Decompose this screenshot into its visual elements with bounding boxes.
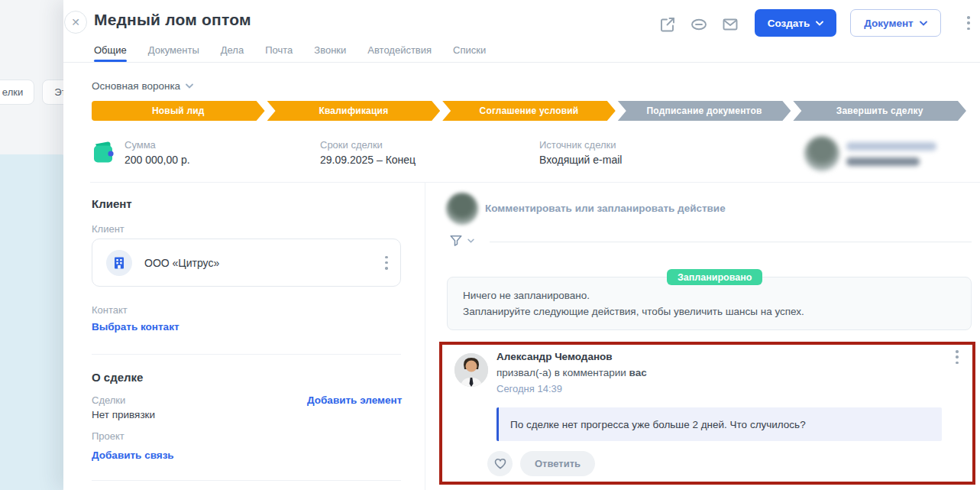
terms-label: Сроки сделки [320, 139, 383, 151]
filter-funnel-icon [449, 234, 463, 248]
client-name[interactable]: ООО «Цитрус» [144, 257, 373, 269]
tab-lists[interactable]: Списки [453, 38, 486, 62]
planned-empty-line2: Запланируйте следующие действия, чтобы у… [463, 303, 956, 320]
client-field-label: Клиент [92, 223, 125, 235]
comment-author-avatar[interactable] [454, 353, 488, 387]
comment-author-name[interactable]: Александр Чемоданов [496, 351, 613, 362]
create-button-label: Создать [768, 18, 810, 29]
client-section-title: Клиент [92, 197, 132, 210]
tab-mail[interactable]: Почта [265, 38, 293, 62]
responsible-label-blurred [846, 142, 936, 151]
amount-value[interactable]: 200 000,00 р. [125, 154, 190, 166]
comment-message: По сделке нет прогресса уже больше 2 дне… [496, 407, 942, 441]
document-button-label: Документ [864, 18, 913, 29]
deals-field-value: Нет привязки [92, 409, 155, 420]
add-relation-link[interactable]: Добавить связь [92, 449, 174, 461]
mail-icon[interactable] [721, 15, 739, 34]
reply-button[interactable]: Ответить [520, 451, 595, 476]
stage-signing-documents[interactable]: Подписание документов [618, 101, 791, 121]
copy-link-icon[interactable] [690, 15, 708, 34]
tabs-divider [63, 62, 980, 63]
tab-calls[interactable]: Звонки [314, 38, 346, 62]
chevron-down-icon [186, 83, 193, 89]
contact-field-label: Контакт [92, 304, 128, 316]
heart-icon [494, 458, 506, 469]
current-user-avatar [446, 193, 478, 225]
screen: елки Этап ✕ Медный лом оптом Общие Докум… [0, 0, 980, 490]
stage-qualification[interactable]: Квалификация [267, 101, 441, 121]
tab-automation[interactable]: Автодействия [367, 38, 432, 62]
tab-documents[interactable]: Документы [148, 38, 199, 62]
responsible-name-blurred [846, 157, 920, 166]
kanban-column-fragment [0, 154, 67, 490]
client-more-icon[interactable] [385, 256, 388, 270]
comment-action-prefix: призвал(-а) в комментарии [496, 367, 629, 378]
planned-empty-line1: Ничего не запланировано. [463, 287, 956, 303]
timeline-divider [490, 242, 972, 242]
timeline-filter-button[interactable] [449, 234, 474, 248]
chevron-down-icon [467, 239, 474, 243]
add-element-link[interactable]: Добавить элемент [307, 394, 402, 406]
deals-field-label: Сделки [92, 394, 125, 406]
close-button[interactable]: ✕ [64, 11, 87, 34]
client-card[interactable]: ООО «Цитрус» [92, 239, 401, 287]
project-field-label: Проект [92, 430, 125, 442]
stage-close-deal[interactable]: Завершить сделку [793, 101, 966, 121]
columns-divider [425, 182, 425, 490]
background-chip-deals-label: елки [2, 86, 23, 98]
wallet-icon [92, 141, 114, 164]
stage-new-lead[interactable]: Новый лид [92, 101, 265, 121]
comment-action-target: вас [629, 367, 647, 378]
comment-timestamp: Сегодня 14:39 [496, 383, 562, 394]
stage-terms-agreement[interactable]: Соглашение условий [442, 101, 616, 121]
about-deal-section-title: О сделке [92, 371, 143, 384]
sidebar-divider-bottom [92, 480, 401, 481]
page-title: Медный лом оптом [94, 11, 251, 29]
document-button[interactable]: Документ [850, 9, 941, 37]
sidebar-divider [92, 354, 401, 355]
tab-general[interactable]: Общие [94, 38, 127, 62]
comment-composer[interactable]: Комментировать или запланировать действи… [485, 203, 726, 214]
comment-action-text: призвал(-а) в комментарии вас [496, 367, 647, 378]
planned-badge: Запланировано [667, 269, 762, 285]
choose-contact-link[interactable]: Выбрать контакт [92, 321, 180, 333]
highlighted-comment: Александр Чемоданов призвал(-а) в коммен… [439, 342, 975, 485]
chevron-down-icon [920, 21, 927, 26]
deal-stage-bar: Новый лид Квалификация Соглашение услови… [92, 101, 966, 121]
amount-label: Сумма [125, 139, 156, 151]
company-icon [106, 250, 132, 276]
source-value[interactable]: Входящий e-mail [539, 154, 622, 166]
terms-value[interactable]: 29.09.2025 – Конец [320, 154, 416, 166]
chevron-down-icon [816, 21, 823, 26]
funnel-selector-label: Основная воронка [92, 80, 180, 92]
open-in-new-icon[interactable] [658, 15, 677, 34]
comment-more-icon[interactable] [956, 350, 959, 364]
source-label: Источник сделки [539, 139, 616, 151]
responsible-avatar[interactable] [804, 136, 839, 171]
tab-activities[interactable]: Дела [221, 38, 244, 62]
background-chip-deals[interactable]: елки [0, 80, 34, 105]
like-button[interactable] [487, 451, 513, 476]
deal-tabs: Общие Документы Дела Почта Звонки Автоде… [94, 38, 486, 62]
summary-divider [90, 182, 980, 183]
funnel-selector[interactable]: Основная воронка [92, 80, 193, 92]
more-menu-icon[interactable] [967, 16, 970, 30]
create-button[interactable]: Создать [755, 9, 836, 37]
